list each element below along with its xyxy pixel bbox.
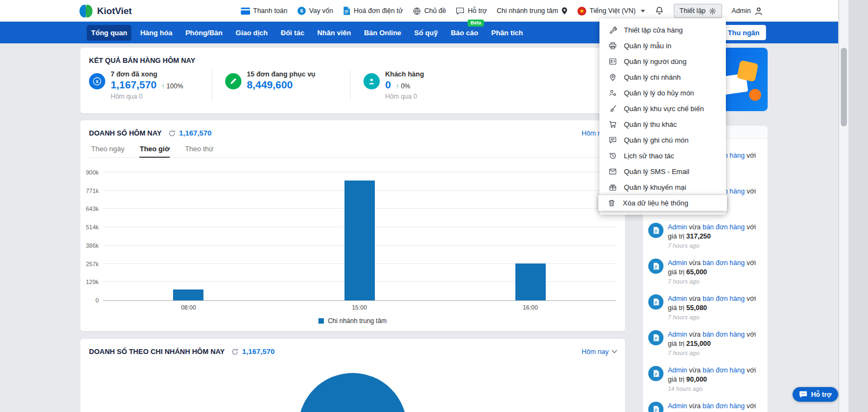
topbar-item[interactable]: Tiếng Việt (VN) — [577, 7, 645, 16]
user-gear-icon — [608, 89, 617, 97]
chart-tab[interactable]: Theo ngày — [91, 145, 124, 157]
settings-menu-item[interactable]: Quản lý thu khác — [599, 117, 726, 132]
summary-delta: ↑ 0% — [396, 82, 411, 90]
nav-tab[interactable]: Báo cáo — [446, 25, 483, 41]
support-button-label: Hỗ trợ — [811, 391, 832, 398]
y-axis-tick: 900k — [86, 169, 99, 176]
settings-button-label: Thiết lập — [680, 7, 706, 15]
summary-value: 8,449,600 — [247, 79, 293, 91]
bar-16:00[interactable] — [515, 263, 546, 300]
topbar-item-label: Hỗ trợ — [468, 7, 487, 15]
x-axis-tick: 08:00 — [181, 304, 196, 311]
feed-item: Admin vừa bán đơn hàng với giá trị 55,08… — [643, 289, 768, 325]
chart-tabs: Theo ngàyTheo giờTheo thứ — [89, 145, 616, 158]
promo-illustration — [749, 89, 761, 101]
feed-user-link[interactable]: Admin — [668, 366, 687, 374]
feed-item: Admin vừa bán đơn hàng với giá trị 215,0… — [643, 325, 768, 361]
feed-value: 65,000 — [686, 268, 707, 276]
summary-delta: ↑ 100% — [162, 82, 183, 90]
refresh-icon[interactable] — [168, 130, 176, 137]
feed-user-link[interactable]: Admin — [668, 259, 687, 267]
summary-value: 0 — [385, 79, 391, 91]
settings-menu-item[interactable]: Quản lý chi nhánh — [599, 69, 726, 85]
refresh-icon[interactable] — [231, 348, 239, 356]
gift-icon — [608, 183, 617, 191]
settings-menu-item[interactable]: Quản lý khuyến mại — [599, 179, 726, 195]
settings-menu-item[interactable]: Lịch sử thao tác — [599, 148, 726, 164]
map-pin-icon — [561, 7, 567, 15]
chevron-down-icon — [641, 10, 645, 12]
settings-menu-item[interactable]: Thiết lập cửa hàng — [599, 22, 726, 38]
sales-summary-card: KẾT QUẢ BÁN HÀNG HÔM NAY $7 đơn đã xong1… — [80, 48, 625, 113]
chart-tab[interactable]: Theo thứ — [185, 145, 214, 157]
feed-order-link[interactable]: bán đơn hàng — [703, 366, 745, 374]
nav-tab[interactable]: Sổ quỹ — [410, 25, 442, 41]
settings-menu-item[interactable]: Xóa dữ liệu hệ thống — [598, 195, 727, 211]
summary-compare: Hôm qua 0 — [111, 93, 183, 100]
nav-tab[interactable]: Phòng/Bàn — [181, 25, 227, 41]
feed-order-link[interactable]: bán đơn hàng — [703, 223, 745, 231]
feed-text: Admin vừa bán đơn hàng với giá trị 65,00… — [668, 259, 762, 276]
bar-15:00[interactable] — [344, 181, 375, 300]
summary-value: 1,167,570 — [111, 79, 157, 91]
kiotviet-logo[interactable]: KiotViet — [79, 4, 132, 18]
up-arrow-icon: ↑ — [162, 82, 165, 90]
settings-button[interactable]: Thiết lập — [674, 4, 722, 18]
nav-tab[interactable]: Bán Online — [360, 25, 406, 41]
bell-icon[interactable] — [655, 6, 664, 16]
topbar-item[interactable]: Chi nhánh trung tâm — [497, 7, 567, 15]
feed-item-body: Admin vừa bán đơn hàng với giá trị 317,2… — [668, 223, 762, 249]
feed-user-link[interactable]: Admin — [668, 295, 687, 302]
settings-menu-item[interactable]: Quản lý lý do hủy món — [599, 85, 726, 101]
scrollbar-thumb[interactable] — [841, 48, 847, 126]
branch-pie[interactable] — [298, 373, 407, 412]
topbar-item[interactable]: Hỗ trợBeta — [456, 7, 487, 15]
topbar-item[interactable]: Hoá đơn điện tử — [343, 7, 403, 15]
settings-menu-item[interactable]: Quản lý ghi chú món — [599, 132, 726, 148]
settings-menu-item[interactable]: Quản lý SMS - Email — [599, 164, 726, 179]
feed-item: Admin vừa bán đơn hàng với giá trị 317,2… — [643, 218, 768, 254]
settings-menu-item-label: Quản lý người dùng — [624, 57, 687, 66]
branch-range-selector[interactable]: Hôm nay — [582, 348, 616, 356]
nav-tab[interactable]: Đối tác — [277, 25, 309, 41]
user-icon — [754, 7, 763, 16]
feed-user-link[interactable]: Admin — [668, 223, 687, 231]
feed-user-link[interactable]: Admin — [668, 331, 687, 338]
nav-tab[interactable]: Giao dịch — [231, 25, 272, 41]
summary-label: 7 đơn đã xong — [111, 70, 183, 78]
support-button[interactable]: Hỗ trợ — [793, 387, 838, 402]
summary-item-info: 7 đơn đã xong1,167,570↑ 100%Hôm qua 0 — [111, 70, 183, 100]
admin-menu[interactable]: Admin — [732, 7, 763, 16]
feed-user-link[interactable]: Admin — [668, 402, 687, 410]
topbar-item[interactable]: Chủ đề — [413, 7, 446, 15]
branch-total-group: 1,167,570 — [231, 347, 275, 356]
feed-order-link[interactable]: bán đơn hàng — [703, 259, 745, 267]
feed-order-link[interactable]: bán đơn hàng — [703, 331, 745, 338]
feed-order-link[interactable]: bán đơn hàng — [703, 402, 745, 410]
bar-08:00[interactable] — [173, 289, 203, 300]
cart-icon — [608, 120, 617, 128]
topbar-item[interactable]: $Vay vốn — [297, 7, 333, 15]
sales-chart-card: DOANH SỐ HÔM NAY 1,167,570 Hôm nay Theo … — [80, 120, 625, 331]
settings-menu-item[interactable]: Quản lý mẫu in — [599, 38, 726, 54]
topbar-menu: Thanh toán$Vay vốnHoá đơn điện tửChủ đềH… — [241, 7, 645, 16]
nav-tab[interactable]: Phân tích — [487, 25, 528, 41]
topbar-item[interactable]: Thanh toán — [241, 7, 288, 15]
settings-menu-item[interactable]: Quản lý người dùng — [599, 54, 726, 69]
feed-text: Admin vừa bán đơn hàng với giá trị 90,00… — [668, 366, 762, 384]
settings-menu-item[interactable]: Quản lý khu vực chế biến — [599, 101, 726, 117]
topbar-item-label: Chi nhánh trung tâm — [497, 7, 558, 15]
e-invoice-icon — [343, 7, 350, 15]
sales-total-group: 1,167,570 — [168, 129, 212, 137]
nav-tab[interactable]: Hàng hóa — [136, 25, 176, 41]
gear-icon — [709, 8, 716, 15]
note-icon — [608, 136, 617, 144]
feed-order-link[interactable]: bán đơn hàng — [703, 295, 745, 302]
nav-tab[interactable]: Tổng quan — [87, 25, 131, 41]
chart-tab[interactable]: Theo giờ — [139, 145, 169, 158]
nav-tab[interactable]: Nhân viên — [313, 25, 355, 41]
printer-icon — [608, 42, 617, 50]
svg-text:$: $ — [96, 79, 99, 84]
feed-item-body: Admin vừa bán đơn hàng với giá trị 55,08… — [668, 294, 762, 320]
cashier-button-label: Thu ngân — [728, 29, 760, 37]
